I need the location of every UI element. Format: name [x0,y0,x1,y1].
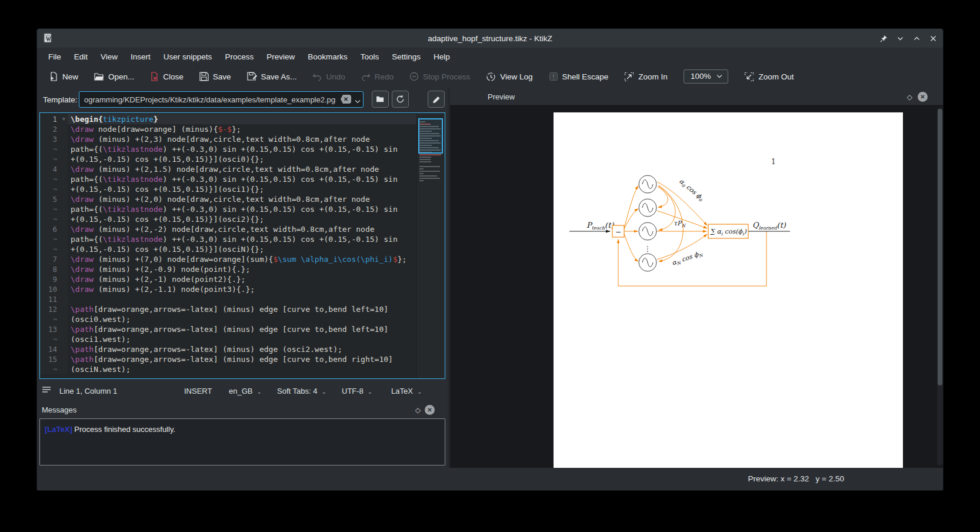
menu-preview[interactable]: Preview [260,50,301,64]
save-as-button[interactable]: Save As... [247,72,297,81]
encoding-select[interactable]: UTF-8⌄ [342,387,372,395]
code-text: \draw (minus) +(2,-1.1) node(point3){.}; [68,284,255,294]
fold-marker-icon[interactable]: ▼ [60,114,68,124]
tool-bar: New Open... Close Save Save As... Undo R… [37,65,943,88]
menu-file[interactable]: File [42,50,68,64]
close-window-icon[interactable] [928,33,938,44]
pin-icon[interactable] [878,33,889,44]
title-bar[interactable]: adaptive_hopf_structure.tikz - KtikZ [37,29,943,48]
chevron-down-icon [716,74,722,78]
stop-icon [409,72,419,81]
preview-scrollbar-thumb[interactable] [938,109,942,385]
new-button[interactable]: New [49,72,78,81]
coupling-0-1 [658,187,668,207]
wrap-marker: ↪ [40,244,60,254]
template-edit-button[interactable] [428,91,445,108]
zoom-out-button[interactable]: Zoom Out [744,72,794,82]
close-file-icon [150,72,159,81]
code-text: +(0.15,-0.15) cos +(0.15,0.15)}](osciN){… [68,244,264,254]
menu-bar: FileEditViewInsertUser snippetsProcessPr… [37,48,943,65]
template-input[interactable] [79,91,364,108]
code-line: 12\path[draw=orange,arrows=-latex] (minu… [40,304,445,314]
chevron-down-icon: ⌄ [368,388,372,395]
minimap-line [419,161,431,162]
hamburger-icon[interactable] [42,385,51,395]
fold-marker-icon [60,244,68,254]
tikz-diagram: 1 Pteach(t) − [554,112,903,468]
redo-button[interactable]: Redo [361,72,394,81]
undo-icon [312,72,322,81]
template-reload-button[interactable] [392,91,409,108]
stop-process-button[interactable]: Stop Process [409,72,470,81]
menu-edit[interactable]: Edit [68,50,94,64]
messages-output[interactable]: [LaTeX] Process finished successfully. [39,418,445,466]
preview-scrollbar[interactable] [937,108,943,466]
save-button[interactable]: Save [199,72,231,81]
open-folder-icon [94,72,104,81]
line-number: 9 [40,274,60,284]
menu-process[interactable]: Process [218,50,260,64]
input-mode[interactable]: INSERT [184,387,212,395]
pencil-icon [432,95,441,104]
line-number: 2 [40,124,60,134]
message-text: Process finished successfully. [72,425,175,434]
cursor-position[interactable]: Line 1, Column 1 [59,387,117,395]
float-panel-icon[interactable]: ◇ [907,93,912,101]
minimap[interactable] [416,113,445,378]
preview-header: Preview ◇ ✕ [450,89,944,105]
code-text: \draw (minus) +(2,-1) node(point2){.}; [68,274,245,284]
template-browse-button[interactable] [372,91,389,108]
wrap-marker: ↪ [40,234,60,244]
template-row: Template: ✕ [37,88,448,111]
menu-user-snippets[interactable]: User snippets [157,50,219,64]
close-panel-icon[interactable]: ✕ [425,405,435,415]
editor-rows: 1▼\begin{tikzpicture}2\draw node[draw=or… [40,114,445,374]
menu-insert[interactable]: Insert [124,50,157,64]
code-text: +(0.15,-0.15) cos +(0.15,0.15)}](osci1){… [68,184,264,194]
menu-view[interactable]: View [94,50,124,64]
fold-marker-icon [60,214,68,224]
view-log-button[interactable]: View Log [486,72,532,82]
menu-settings[interactable]: Settings [385,50,427,64]
line-number: 8 [40,264,60,274]
dictionary-select[interactable]: en_GB⌄ [229,387,262,395]
menu-tools[interactable]: Tools [354,50,386,64]
code-line: ↪+(0.15,-0.15) cos +(0.15,0.15)}](osci2)… [40,214,445,224]
open-button[interactable]: Open... [94,72,134,81]
code-line: ↪path={(\tikzlastnode) ++(-0.3,0) sin +(… [40,144,445,154]
output-label: Qlearned(t) [752,221,786,231]
shade-icon[interactable] [895,33,905,44]
fold-marker-icon [60,354,68,364]
line-number: 14 [40,344,60,354]
fold-marker-icon [60,144,68,154]
code-text: \begin{tikzpicture} [68,114,158,124]
code-line: ↪path={(\tikzlastnode) ++(-0.3,0) sin +(… [40,204,445,214]
code-editor[interactable]: 1▼\begin{tikzpicture}2\draw node[draw=or… [39,112,445,379]
float-panel-icon[interactable]: ◇ [415,406,421,414]
app-window: adaptive_hopf_structure.tikz - KtikZ Fil… [36,28,944,491]
close-panel-icon[interactable]: ✕ [918,92,928,102]
zoom-level-combobox[interactable]: 100% [684,69,729,84]
maximize-icon[interactable] [911,33,922,44]
preview-page[interactable]: 1 Pteach(t) − [554,112,903,468]
minimap-viewport[interactable] [418,118,443,154]
fold-marker-icon [60,324,68,334]
page-number: 1 [771,158,776,166]
line-number: 1 [40,114,60,124]
fold-marker-icon [60,254,68,264]
zoom-in-button[interactable]: Zoom In [624,72,668,82]
save-as-icon [247,72,257,81]
tab-mode-select[interactable]: Soft Tabs: 4⌄ [277,387,326,395]
view-log-icon [486,72,496,82]
undo-button[interactable]: Undo [312,72,345,81]
code-line: ↪(osciN.west); [40,364,445,374]
template-dropdown-icon[interactable] [355,95,361,106]
menu-bookmarks[interactable]: Bookmarks [301,50,354,64]
menu-help[interactable]: Help [427,50,456,64]
messages-title: Messages [42,405,76,414]
code-line: 15\path[draw=orange,arrows=-latex] (minu… [40,354,445,364]
shell-escape-button[interactable]: Shell Escape [549,72,609,81]
syntax-select[interactable]: LaTeX⌄ [391,387,422,395]
line-number: 13 [40,324,60,334]
close-button[interactable]: Close [150,72,184,81]
